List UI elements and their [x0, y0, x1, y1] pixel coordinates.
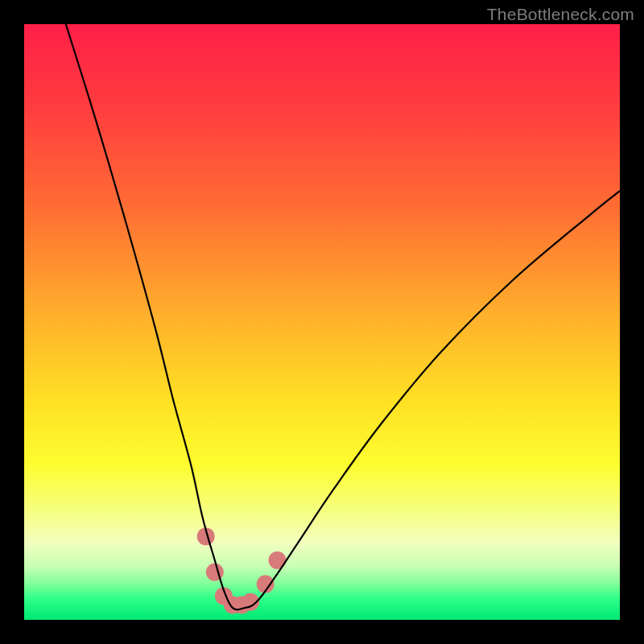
- watermark-text: TheBottleneck.com: [487, 5, 634, 24]
- marker-group: [197, 527, 287, 613]
- data-marker: [269, 551, 287, 569]
- plot-area: [24, 24, 620, 620]
- chart-svg: [24, 24, 620, 620]
- data-marker: [206, 564, 224, 581]
- outer-frame: TheBottleneck.com: [0, 0, 644, 644]
- bottleneck-curve: [66, 24, 620, 609]
